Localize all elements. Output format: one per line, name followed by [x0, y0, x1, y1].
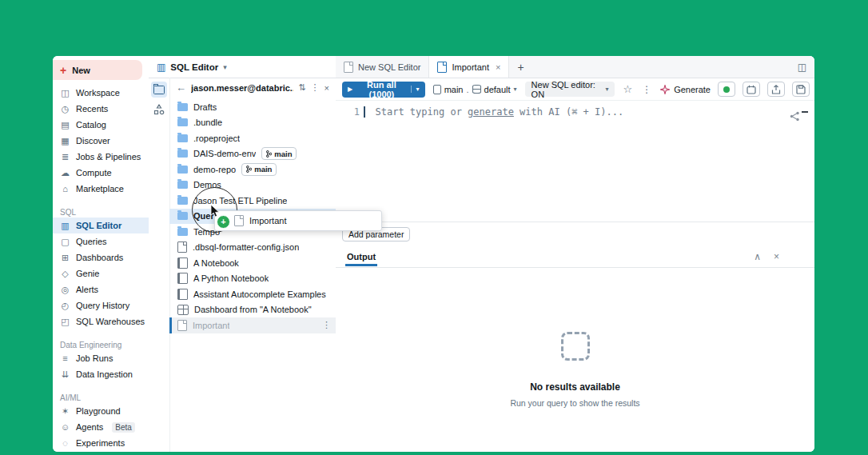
new-tab-button[interactable]: + [509, 56, 532, 78]
back-arrow-icon[interactable]: ← [176, 82, 186, 94]
experiments-icon: ◌ [60, 438, 70, 448]
git-branch-badge[interactable]: main [241, 163, 277, 176]
sidebar-item-compute[interactable]: ☁ Compute [53, 165, 149, 181]
sidebar-item-agents[interactable]: ☺ Agents Beta [53, 419, 149, 435]
toolbar-right-actions: ⋮ Generate [640, 82, 810, 97]
catalog-icon: ▤ [60, 120, 70, 130]
generate-link[interactable]: generate [468, 106, 514, 118]
marketplace-icon: ⌂ [60, 184, 70, 194]
sidebar-item-playground[interactable]: ✶ Playground [53, 403, 149, 419]
tree-item-ropeproject[interactable]: .ropeproject [169, 130, 336, 146]
run-all-button[interactable]: ▶ Run all (1000) ▾ [342, 82, 425, 98]
new-button[interactable]: + New [53, 60, 142, 80]
sidebar-item-queries[interactable]: ▢ Queries [53, 233, 149, 249]
schedule-button[interactable] [743, 82, 760, 97]
folder-icon [177, 103, 188, 111]
sidebar-item-alerts[interactable]: ◎ Alerts [53, 281, 149, 297]
query-history-icon: ◴ [60, 301, 70, 311]
browser-header[interactable]: ▥ SQL Editor ▾ [149, 56, 336, 78]
share-nodes-icon [790, 111, 800, 122]
editor-tab-bar: New SQL Editor Important × + ◫ [336, 56, 814, 78]
sort-icon[interactable]: ⇅ [298, 82, 305, 93]
tree-item-dashboard-from-a-notebook[interactable]: Dashboard from "A Notebook" [169, 302, 336, 318]
tree-item-a-notebook[interactable]: A Notebook [169, 255, 336, 271]
favorite-star-icon[interactable]: ☆ [623, 83, 632, 95]
breadcrumb-path[interactable]: jason.messer@databric... [191, 83, 293, 93]
desktop: { "colors": { "brand_green": "#0CA56F", … [0, 0, 868, 455]
git-branch-icon [266, 150, 272, 158]
play-icon: ▶ [348, 86, 352, 93]
cursor-pointer [210, 205, 221, 218]
folder-icon [177, 118, 188, 126]
sidebar-item-workspace[interactable]: ◫ Workspace [53, 85, 149, 101]
sidebar-item-jobs-pipelines[interactable]: ≣ Jobs & Pipelines [53, 149, 149, 165]
tree-item-dbsql-formatter-config[interactable]: .dbsql-formatter-config.json [169, 240, 336, 256]
split-view-icon[interactable]: ◫ [790, 56, 814, 78]
data-ingestion-icon: ⇊ [60, 369, 70, 380]
tree-item-bundle[interactable]: .bundle [169, 115, 336, 131]
browser-header-title: SQL Editor [170, 62, 218, 72]
close-output-icon[interactable]: × [774, 251, 779, 262]
sidebar-item-dashboards[interactable]: ⊞ Dashboards [53, 249, 149, 265]
empty-state-subtitle: Run your query to show the results [510, 398, 639, 408]
tree-item-demos[interactable]: Demos [169, 178, 336, 194]
sidebar-item-catalog[interactable]: ▤ Catalog [53, 117, 149, 133]
section-label-data-engineering: Data Engineering [53, 339, 149, 350]
sidebar-item-job-runs[interactable]: ≡ Job Runs [53, 350, 149, 366]
sidebar-item-experiments[interactable]: ◌ Experiments [53, 435, 149, 451]
files-tab-button[interactable] [151, 82, 167, 98]
schema-icon [472, 85, 481, 94]
sidebar-item-discover[interactable]: ▦ Discover [53, 133, 149, 149]
sidebar-item-sql-editor[interactable]: ▥ SQL Editor [53, 218, 149, 233]
drag-ghost: + Important [214, 210, 382, 231]
browser-rail [149, 78, 170, 452]
live-status-button[interactable] [718, 82, 735, 97]
run-options-caret-icon[interactable]: ▾ [411, 86, 420, 93]
kebab-menu-icon[interactable]: ⋮ [311, 82, 320, 93]
tab-new-sql-editor[interactable]: New SQL Editor [336, 56, 429, 78]
sidebar-item-genie[interactable]: ◇ Genie [53, 265, 149, 281]
kebab-menu-icon[interactable]: ⋮ [322, 320, 331, 330]
tree-item-jason-test-etl-pipeline[interactable]: Jason Test ETL Pipeline [169, 193, 336, 209]
tree-item-a-python-notebook[interactable]: A Python Notebook [169, 271, 336, 287]
close-tab-icon[interactable]: × [496, 62, 500, 72]
sidebar-item-data-ingestion[interactable]: ⇊ Data Ingestion [53, 366, 149, 382]
git-branch-badge[interactable]: main [261, 147, 297, 160]
chevron-down-icon: ▾ [223, 63, 227, 71]
close-icon[interactable]: × [325, 83, 329, 93]
query-file-icon [437, 62, 447, 73]
editor-placeholder: Start typing or generate with AI (⌘ + I)… [376, 106, 624, 118]
calendar-icon [747, 85, 756, 94]
sidebar-item-query-history[interactable]: ◴ Query History [53, 297, 149, 313]
dashboard-icon [177, 305, 189, 315]
ai-sparkle-icon [660, 85, 670, 94]
save-button[interactable] [792, 82, 810, 97]
line-number: 1 [336, 106, 364, 118]
breadcrumb: ← jason.messer@databric... ⇅ ⋮ × [169, 78, 336, 98]
tree-item-important-selected[interactable]: Important ⋮ [169, 317, 336, 333]
sidebar-item-sql-warehouses[interactable]: ◰ SQL Warehouses [53, 313, 149, 329]
tree-item-assistant-autocomplete-examples[interactable]: Assistant Autocomplete Examples [169, 286, 336, 302]
dashboards-icon: ⊞ [60, 253, 70, 263]
schema-browser-toggle[interactable] [790, 111, 808, 122]
tree-item-dais-demo-env[interactable]: DAIS-demo-env main [169, 146, 336, 162]
tab-important[interactable]: Important × [429, 56, 509, 78]
generate-button[interactable]: Generate [660, 85, 711, 94]
alerts-icon: ◎ [60, 285, 70, 295]
tree-item-demo-repo[interactable]: demo-repo main [169, 162, 336, 178]
share-button[interactable] [767, 82, 785, 97]
output-tab[interactable]: Output [345, 248, 377, 266]
sidebar-item-recents[interactable]: ◷ Recents [53, 101, 149, 117]
sidebar-item-marketplace[interactable]: ⌂ Marketplace [53, 181, 149, 197]
kebab-menu-icon[interactable]: ⋮ [640, 84, 653, 95]
collapse-output-icon[interactable]: ∧ [754, 251, 761, 262]
sql-editor-panel: New SQL Editor Important × + ◫ ▶ Run all… [336, 56, 814, 452]
catalog-tab-button[interactable] [151, 102, 167, 118]
new-sql-editor-toggle[interactable]: New SQL editor: ON ▾ [525, 82, 615, 97]
save-icon [796, 85, 806, 94]
tree-item-drafts[interactable]: Drafts [169, 99, 336, 115]
code-line-1: 1 Start typing or generate with AI (⌘ + … [336, 106, 814, 118]
catalog-schema-selector[interactable]: main . default ▾ [433, 85, 517, 94]
agents-icon: ☺ [60, 422, 70, 432]
code-area[interactable]: 1 Start typing or generate with AI (⌘ + … [336, 106, 814, 222]
